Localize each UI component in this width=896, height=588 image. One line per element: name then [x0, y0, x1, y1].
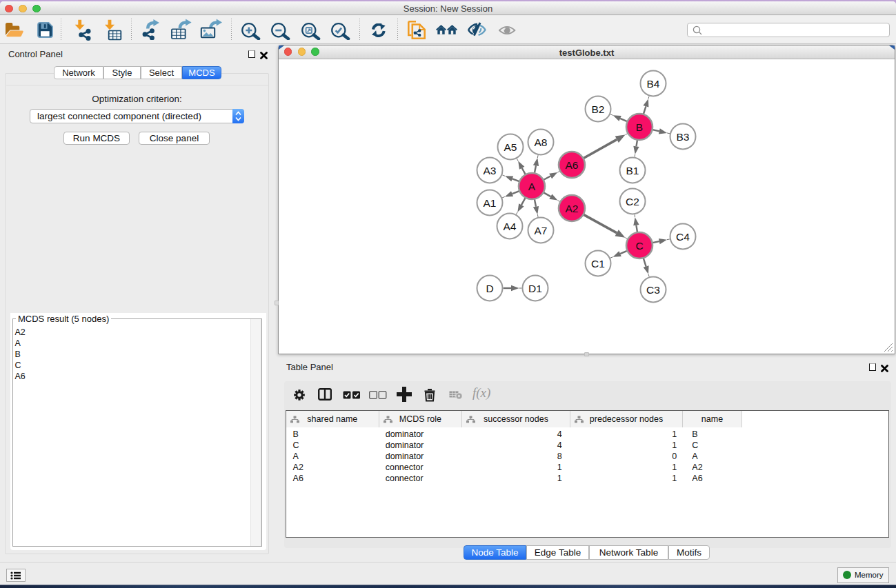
svg-text:D1: D1 [528, 283, 542, 294]
svg-text:B4: B4 [647, 78, 660, 90]
svg-text:B: B [636, 121, 643, 133]
svg-text:A3: A3 [484, 165, 497, 176]
svg-text:C2: C2 [626, 196, 639, 207]
svg-text:A7: A7 [535, 225, 548, 236]
svg-text:B2: B2 [592, 103, 605, 115]
svg-text:C1: C1 [591, 258, 605, 270]
svg-text:A: A [528, 181, 536, 192]
svg-text:A8: A8 [535, 136, 548, 148]
svg-text:C3: C3 [646, 284, 660, 296]
svg-text:C4: C4 [676, 231, 690, 243]
svg-text:A2: A2 [566, 203, 579, 214]
svg-text:Memory: Memory [855, 571, 884, 579]
svg-text:A5: A5 [504, 141, 517, 153]
svg-text:B1: B1 [626, 165, 639, 176]
svg-text:A6: A6 [566, 159, 579, 171]
svg-text:B3: B3 [677, 131, 690, 143]
svg-text:C: C [635, 240, 643, 252]
svg-text:D: D [486, 283, 493, 294]
svg-text:A4: A4 [504, 221, 517, 232]
svg-text:A1: A1 [484, 197, 497, 209]
